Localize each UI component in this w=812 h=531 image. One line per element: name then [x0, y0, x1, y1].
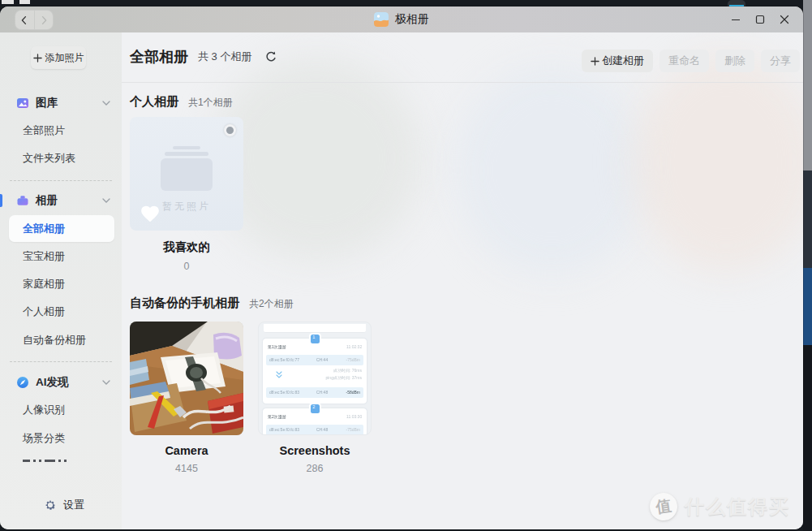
minimize-button[interactable] — [724, 9, 748, 30]
camera-thumbnail — [130, 322, 243, 435]
section-personal-count: 共1个相册 — [188, 96, 233, 110]
album-icon — [16, 194, 29, 207]
watermark: 值 什么值得买 — [650, 493, 790, 520]
roam-title-1: 第1次漫游 — [268, 344, 286, 350]
album-name: Camera — [130, 444, 243, 457]
app-window: 极相册 添加照片 — [0, 6, 803, 529]
roam-title-2: 第2次漫游 — [268, 414, 286, 420]
album-count: 286 — [258, 463, 372, 474]
roam-row: d8:ec:5e:f0:fc:83 CH:48 -75dBm — [266, 425, 363, 435]
album-name: Screenshots — [258, 444, 372, 457]
refresh-icon — [264, 50, 277, 63]
section-personal-title: 个人相册 — [130, 94, 178, 110]
close-icon — [780, 15, 789, 24]
sidebar-item-personal-album[interactable]: 个人相册 — [23, 304, 65, 319]
window-controls — [724, 6, 797, 32]
ai-group-label: AI发现 — [36, 375, 69, 390]
delete-button[interactable]: 删除 — [715, 50, 754, 72]
album-name: 我喜欢的 — [130, 240, 243, 255]
album-count: 0 — [130, 261, 243, 272]
roam-info-2: ping成功时间: 37ms — [326, 375, 362, 381]
ai-discover-icon — [16, 376, 29, 389]
album-card-camera[interactable]: Camera 4145 — [130, 322, 243, 474]
refresh-button[interactable] — [264, 50, 277, 63]
sidebar-item-all-albums[interactable]: 全部相册 — [9, 215, 114, 242]
titlebar: 极相册 — [0, 6, 803, 32]
watermark-badge: 值 — [648, 491, 679, 522]
main-content: 全部相册 共 3 个相册 创建相册 重命名 删除 — [122, 32, 803, 529]
add-photos-button[interactable]: 添加照片 — [31, 46, 86, 69]
section-backup-title: 自动备份的手机相册 — [130, 296, 239, 311]
roam-time-1: 11:02:32 — [346, 344, 362, 349]
gallery-icon — [16, 97, 29, 110]
page-title: 全部相册 — [130, 47, 188, 67]
share-button[interactable]: 分享 — [761, 50, 800, 72]
roam-row: d8:ec:5e:f0:fc:77 CH:44 -75dBm — [266, 355, 363, 365]
settings-button[interactable]: 设置 — [44, 498, 84, 512]
roam-badge-2: 2 — [311, 404, 320, 413]
screenshot-card-2: 2 第2次漫游 11:03:30 d8:ec:5e:f0:fc:83 CH:48… — [263, 408, 367, 435]
roam-row: d8:ec:5e:f0:fc:83 CH:48 -58dBm — [266, 387, 363, 398]
sidebar-item-clipped[interactable] — [23, 460, 67, 463]
back-button[interactable] — [15, 11, 34, 29]
background-window-fragment — [2, 0, 30, 5]
chevron-down-icon — [102, 380, 110, 385]
desktop-edge-strip — [803, 0, 812, 531]
rename-button[interactable]: 重命名 — [659, 50, 709, 72]
app-icon — [374, 12, 389, 27]
camera-photo-illustration — [130, 322, 243, 435]
sidebar-item-family-album[interactable]: 家庭相册 — [23, 277, 65, 291]
maximize-icon — [755, 15, 765, 24]
sidebar-group-albums[interactable]: 相册 — [16, 192, 114, 209]
screenshot-partial-card — [264, 324, 366, 333]
sidebar-divider — [10, 180, 112, 181]
empty-album-icon — [161, 146, 213, 191]
chevron-down-icon — [102, 101, 110, 106]
gallery-group-label: 图库 — [36, 96, 58, 110]
page-header: 全部相册 共 3 个相册 — [130, 47, 277, 67]
chevron-right-icon — [38, 15, 49, 26]
favorites-thumbnail: 暂无照片 — [130, 117, 243, 231]
album-select-radio[interactable] — [224, 124, 236, 136]
maximize-button[interactable] — [748, 9, 772, 30]
sidebar-item-scene-classification[interactable]: 场景分类 — [23, 431, 65, 446]
close-button[interactable] — [772, 9, 797, 30]
sidebar-item-auto-backup-album[interactable]: 自动备份相册 — [23, 333, 86, 348]
nav-history-group — [15, 10, 54, 30]
add-photos-label: 添加照片 — [45, 51, 84, 65]
album-card-screenshots[interactable]: 1 第1次漫游 11:02:32 d8:ec:5e:f0:fc:77 CH:44… — [258, 322, 372, 474]
sidebar-item-all-photos[interactable]: 全部照片 — [23, 123, 65, 138]
create-album-button[interactable]: 创建相册 — [582, 50, 653, 72]
window-title: 极相册 — [395, 12, 429, 27]
plus-icon — [591, 57, 599, 66]
roam-badge-1: 1 — [311, 335, 320, 343]
sidebar-group-ai[interactable]: AI发现 — [16, 374, 114, 391]
sidebar: 添加照片 图库 全部照片 文件夹列表 — [0, 32, 122, 529]
roam-info-1: 成功时间: 76ms — [333, 368, 362, 373]
create-album-label: 创建相册 — [602, 54, 644, 68]
watermark-text: 什么值得买 — [685, 494, 790, 520]
forward-button[interactable] — [34, 11, 54, 29]
page-album-count: 共 3 个相册 — [198, 50, 251, 64]
plus-icon — [33, 54, 42, 63]
album-count: 4145 — [130, 463, 243, 474]
sidebar-group-gallery[interactable]: 图库 — [16, 95, 114, 111]
sidebar-item-baby-album[interactable]: 宝宝相册 — [23, 249, 65, 264]
minimize-icon — [731, 15, 741, 24]
chevron-left-icon — [19, 15, 30, 26]
header-divider — [122, 82, 803, 83]
albums-group-label: 相册 — [36, 193, 58, 208]
album-card-favorites[interactable]: 暂无照片 我喜欢的 0 — [130, 117, 243, 272]
active-group-indicator — [0, 194, 2, 207]
screenshots-thumbnail: 1 第1次漫游 11:02:32 d8:ec:5e:f0:fc:77 CH:44… — [258, 322, 372, 435]
titlebar-center: 极相册 — [0, 12, 803, 27]
gear-icon — [44, 499, 57, 512]
section-backup-count: 共2个相册 — [249, 297, 294, 311]
screenshot-card-1: 1 第1次漫游 11:02:32 d8:ec:5e:f0:fc:77 CH:44… — [263, 339, 367, 404]
sidebar-item-folder-list[interactable]: 文件夹列表 — [23, 151, 75, 166]
double-chevron-down-icon — [276, 371, 282, 379]
sidebar-item-face-recognition[interactable]: 人像识别 — [23, 403, 65, 417]
toolbar-actions: 创建相册 重命名 删除 分享 — [582, 50, 800, 72]
section-personal-header: 个人相册 共1个相册 — [130, 94, 233, 110]
settings-label: 设置 — [63, 498, 84, 512]
